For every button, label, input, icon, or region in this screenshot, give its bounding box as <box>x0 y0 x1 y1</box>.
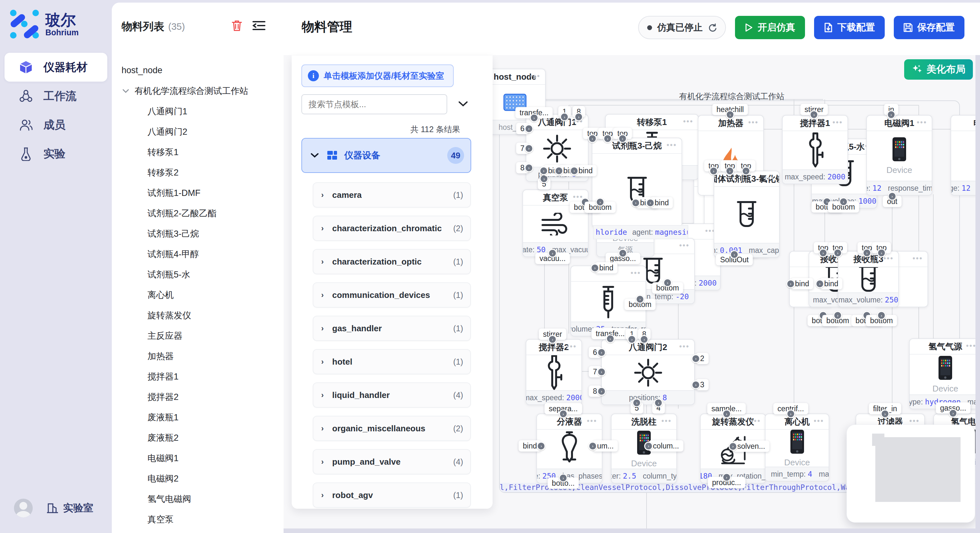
category-row-liquid_handler[interactable]: › liquid_handler (4) <box>313 382 471 408</box>
port-dot-icon[interactable]: › <box>559 474 568 482</box>
port-chip-in[interactable]: in› <box>884 104 898 115</box>
port-chip-filter_in[interactable]: filter_in› <box>869 403 901 414</box>
port-dot-icon[interactable]: › <box>618 249 627 258</box>
port-chip-colum...[interactable]: colum...› <box>649 440 684 452</box>
port-dot-icon[interactable]: › <box>741 167 750 176</box>
port-chip-gasso...[interactable]: gasso...› <box>936 403 970 414</box>
port-dot-icon[interactable]: › <box>692 381 700 389</box>
port-dot-icon[interactable]: › <box>596 198 605 206</box>
tree-item[interactable]: 转移泵1 <box>112 142 283 162</box>
port-chip-bottom[interactable]: bottom› <box>822 315 853 327</box>
node-menu-icon[interactable]: ••• <box>913 254 923 263</box>
tree-item[interactable]: 八通阀门1 <box>112 101 283 121</box>
tree-item[interactable]: 试剂瓶1-DMF <box>112 182 283 203</box>
canvas-node-搅拌器2[interactable]: 搅拌器2•••max_speed: 2000 <box>526 339 582 405</box>
port-chip-6[interactable]: 6› <box>516 123 529 134</box>
node-menu-icon[interactable]: ••• <box>530 72 541 80</box>
port-chip-SolidOut[interactable]: SolidOut› <box>716 254 753 265</box>
port-chip-4[interactable]: 4› <box>652 403 665 414</box>
canvas-node-搅拌器1[interactable]: 搅拌器1•••max_speed: 2000 <box>782 115 848 184</box>
port-chip-sample...[interactable]: sample...› <box>707 403 746 414</box>
port-chip-produc...[interactable]: produc...› <box>708 477 745 488</box>
tree-item[interactable]: 试剂瓶2-乙酸乙酯 <box>112 203 283 224</box>
port-chip-top[interactable]: top› <box>828 242 847 254</box>
node-menu-icon[interactable]: ••• <box>814 417 824 425</box>
port-chip-8[interactable]: 8› <box>638 329 651 340</box>
port-dot-icon[interactable]: › <box>810 110 819 119</box>
port-chip-7[interactable]: 7› <box>589 366 601 378</box>
tree-item[interactable]: 废液瓶1 <box>112 407 283 427</box>
port-dot-icon[interactable]: › <box>530 114 538 122</box>
port-chip-bind[interactable]: bind› <box>519 440 541 452</box>
port-dot-icon[interactable]: › <box>524 163 533 172</box>
port-dot-icon[interactable]: › <box>597 368 606 376</box>
port-dot-icon[interactable]: › <box>559 409 568 418</box>
sidebar-item-仪器耗材[interactable]: 仪器耗材 <box>5 53 107 82</box>
sidebar-item-实验[interactable]: 实验 <box>0 139 112 168</box>
canvas-node-试剂瓶3-己烷[interactable]: 试剂瓶3-己烷••• <box>592 138 682 228</box>
port-chip-8[interactable]: 8› <box>589 385 601 397</box>
canvas-vertical-scrollbar[interactable] <box>975 55 980 533</box>
tree-item[interactable]: 电磁阀2 <box>112 468 283 489</box>
port-dot-icon[interactable]: › <box>635 295 644 304</box>
node-menu-icon[interactable]: ••• <box>683 117 694 125</box>
port-dot-icon[interactable]: › <box>786 279 795 288</box>
port-chip-top[interactable]: top› <box>872 242 891 254</box>
port-chip-transfe...[interactable]: transfe...› <box>592 328 629 339</box>
port-dot-icon[interactable]: › <box>560 113 569 121</box>
port-dot-icon[interactable]: › <box>862 249 871 257</box>
node-menu-icon[interactable]: ••• <box>917 118 927 127</box>
port-dot-icon[interactable]: › <box>588 442 597 451</box>
port-chip-2[interactable]: 2› <box>696 353 709 364</box>
avatar[interactable] <box>14 499 33 517</box>
category-row-robot_agv[interactable]: › robot_agv (1) <box>313 482 471 508</box>
tree-item[interactable]: 转移泵2 <box>112 162 283 182</box>
category-row-communication_devices[interactable]: › communication_devices (1) <box>313 282 471 308</box>
port-chip-top[interactable]: top› <box>737 160 756 171</box>
port-dot-icon[interactable]: › <box>524 124 533 133</box>
node-menu-icon[interactable]: ••• <box>832 118 843 127</box>
beautify-layout-button[interactable]: 美化布局 <box>904 59 973 80</box>
node-menu-icon[interactable]: ••• <box>748 118 759 127</box>
port-chip-out[interactable]: out› <box>883 196 902 207</box>
port-dot-icon[interactable]: › <box>548 249 557 258</box>
port-chip-1[interactable]: 1› <box>558 106 571 117</box>
category-row-pump_and_valve[interactable]: › pump_and_valve (4) <box>313 449 471 474</box>
node-menu-icon[interactable]: ••• <box>679 342 690 351</box>
port-chip-bind[interactable]: bind› <box>651 197 673 209</box>
port-chip-stirrer[interactable]: stirrer› <box>800 104 828 115</box>
category-row-organic_miscellaneous[interactable]: › organic_miscellaneous (2) <box>313 416 471 441</box>
node-menu-icon[interactable]: ••• <box>909 417 920 425</box>
node-menu-icon[interactable]: ••• <box>566 342 577 351</box>
canvas-node-固体试剂瓶3-氯化镁[interactable]: 固体试剂瓶3-氯化镁•••precision: 0.001max_capacit… <box>714 171 780 258</box>
category-row-camera[interactable]: › camera (1) <box>313 182 471 208</box>
port-dot-icon[interactable]: › <box>570 167 579 175</box>
node-menu-icon[interactable]: ••• <box>587 417 597 425</box>
port-dot-icon[interactable]: › <box>887 110 896 119</box>
canvas-node-氢气气源[interactable]: 氢气气源•••Devicegas_type: hydrogenmax_pres <box>909 338 980 409</box>
port-dot-icon[interactable]: › <box>833 249 842 257</box>
port-dot-icon[interactable]: › <box>786 409 795 418</box>
port-dot-icon[interactable]: › <box>877 311 886 320</box>
canvas-node-离心机[interactable]: 离心机•••Devicetemp: 40min_temp: 4max_speed… <box>765 414 829 482</box>
port-dot-icon[interactable]: › <box>722 473 731 482</box>
node-menu-icon[interactable]: ••• <box>751 417 761 425</box>
port-dot-icon[interactable]: › <box>663 279 672 287</box>
canvas-horizontal-scrollbar[interactable] <box>283 528 980 533</box>
tree-item[interactable]: 主反应器 <box>112 325 283 346</box>
node-menu-icon[interactable]: ••• <box>679 241 690 250</box>
start-simulation-button[interactable]: 开启仿真 <box>735 16 805 39</box>
port-dot-icon[interactable]: › <box>881 409 889 418</box>
port-chip-bind[interactable]: bind› <box>595 262 617 274</box>
chevron-down-icon[interactable] <box>458 100 469 108</box>
port-chip-7[interactable]: 7› <box>516 143 529 154</box>
search-input[interactable] <box>301 94 447 114</box>
node-menu-icon[interactable]: ••• <box>662 417 672 425</box>
port-chip-solven...[interactable]: solven...› <box>733 441 769 452</box>
download-config-button[interactable]: 下载配置 <box>814 16 885 39</box>
port-chip-bottom[interactable]: bottom› <box>866 315 897 327</box>
port-dot-icon[interactable]: › <box>588 134 597 143</box>
tree-item[interactable]: 氢气电磁阀 <box>112 489 283 509</box>
port-chip-bottom[interactable]: bottom› <box>652 282 683 294</box>
collapse-list-icon[interactable] <box>253 20 266 31</box>
